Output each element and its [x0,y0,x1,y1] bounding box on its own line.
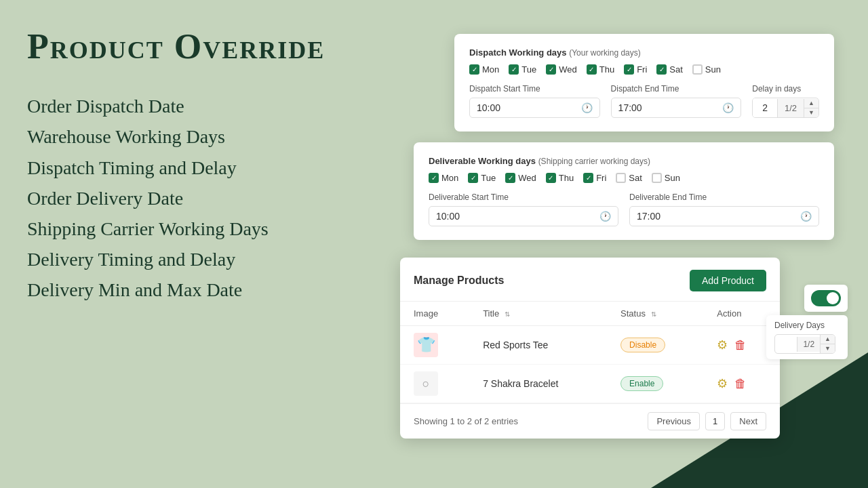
feature-item-2: Warehouse Working Days [27,123,380,150]
toggle-switch[interactable] [811,290,841,306]
table-header-row: Image Title ⇅ Status ⇅ Action [400,302,780,326]
product-status-cell-1: Disable [607,326,703,365]
pagination-row: Showing 1 to 2 of 2 entries Previous 1 N… [400,403,780,439]
delay-stepper[interactable]: ▲ ▼ [804,99,818,117]
pagination-info: Showing 1 to 2 of 2 entries [414,416,518,426]
product-status-cell-2: Enable [607,365,703,403]
table-row: ○ 7 Shakra Bracelet Enable ⚙ 🗑 [400,365,780,403]
delivery-days-stepper[interactable]: ▲ ▼ [820,335,835,353]
product-table: Image Title ⇅ Status ⇅ Action [400,302,780,403]
dispatch-days-row: Mon Tue Wed Thu Fri Sat [469,64,819,75]
manage-products-title: Manage Products [414,274,504,287]
deliverable-checkbox-sat[interactable] [616,173,626,183]
dispatch-delay-input[interactable]: 2 1/2 ▲ ▼ [752,98,819,118]
feature-item-7: Delivery Min and Max Date [27,277,380,303]
feature-item-1: Order Dispatch Date [27,93,380,119]
dispatch-day-wed[interactable]: Wed [546,64,577,75]
action-icons-1: ⚙ 🗑 [717,338,766,352]
dispatch-checkbox-sun[interactable] [692,64,703,75]
delivery-days-label: Delivery Days [774,321,840,330]
dispatch-day-fri[interactable]: Fri [624,64,647,75]
pagination-controls: Previous 1 Next [648,412,766,430]
stepper-down[interactable]: ▼ [804,108,818,117]
deliverable-end-time-label: Deliverable End Time [629,192,819,202]
deliverable-card: Deliverable Working days (Shipping carri… [414,142,834,240]
dispatch-time-row: Dispatch Start Time 10:00 🕐 Dispatch End… [469,84,819,118]
deliverable-checkbox-fri[interactable] [583,173,593,183]
gear-icon-1[interactable]: ⚙ [717,338,728,352]
dispatch-start-time-field: Dispatch Start Time 10:00 🕐 [469,84,600,118]
product-image-2: ○ [414,371,438,396]
deliverable-day-tue[interactable]: Tue [468,173,496,183]
dispatch-day-sat[interactable]: Sat [656,64,683,75]
feature-item-5: Shipping Carrier Working Days [27,216,380,242]
page-title: Product Override [27,27,380,66]
deliverable-checkbox-thu[interactable] [546,173,556,183]
page-number: 1 [705,412,725,430]
sort-icon-title: ⇅ [505,310,510,318]
product-action-cell-2: ⚙ 🗑 [703,365,780,403]
gear-icon-2[interactable]: ⚙ [717,376,728,391]
dispatch-checkbox-tue[interactable] [509,64,519,75]
deliverable-day-thu[interactable]: Thu [546,173,574,183]
deliverable-checkbox-mon[interactable] [429,173,439,183]
deliverable-day-fri[interactable]: Fri [583,173,606,183]
dispatch-start-time-input[interactable]: 10:00 🕐 [469,98,600,118]
col-status[interactable]: Status ⇅ [607,302,703,326]
deliverable-days-row: Mon Tue Wed Thu Fri Sat [429,173,819,183]
dispatch-checkbox-wed[interactable] [546,64,556,75]
deliverable-day-sun[interactable]: Sun [652,173,680,183]
product-title-cell-2: 7 Shakra Bracelet [469,365,607,403]
deliverable-end-time-input[interactable]: 17:00 🕐 [629,206,819,226]
feature-item-4: Order Delivery Date [27,185,380,211]
add-product-button[interactable]: Add Product [690,270,766,291]
left-panel: Product Override Order Dispatch Date War… [27,27,380,304]
product-image-cell-2: ○ [400,365,469,403]
deliverable-start-time-input[interactable]: 10:00 🕐 [429,206,618,226]
dispatch-end-time-field: Dispatch End Time 17:00 🕐 [611,84,742,118]
deliverable-start-time-field: Deliverable Start Time 10:00 🕐 [429,192,618,226]
deliverable-section-title: Deliverable Working days (Shipping carri… [429,156,819,166]
action-icons-2: ⚙ 🗑 [717,376,766,391]
status-badge-1: Disable [620,338,665,352]
dispatch-checkbox-sat[interactable] [656,64,667,75]
next-button[interactable]: Next [730,412,766,430]
product-image-cell-1: 👕 [400,326,469,365]
deliverable-checkbox-wed[interactable] [505,173,515,183]
dispatch-section-title: Dispatch Working days (Your working days… [469,47,819,58]
dispatch-checkbox-thu[interactable] [587,64,597,75]
delivery-days-input[interactable]: 1/2 ▲ ▼ [774,334,835,354]
deliverable-checkbox-tue[interactable] [468,173,478,183]
clock-icon-start: 🕐 [581,102,593,113]
dispatch-checkbox-mon[interactable] [469,64,479,75]
dispatch-day-mon[interactable]: Mon [469,64,499,75]
previous-button[interactable]: Previous [648,412,700,430]
sort-icon-status: ⇅ [651,310,656,318]
clock-icon-deliverable-start: 🕐 [599,211,611,222]
dispatch-end-time-input[interactable]: 17:00 🕐 [611,98,742,118]
dispatch-day-thu[interactable]: Thu [587,64,614,75]
delivery-days-snippet: Delivery Days 1/2 ▲ ▼ [766,315,848,359]
clock-icon-end: 🕐 [722,102,734,113]
deliverable-time-row: Deliverable Start Time 10:00 🕐 Deliverab… [429,192,819,226]
table-row: 👕 Red Sports Tee Disable ⚙ 🗑 [400,326,780,365]
dispatch-checkbox-fri[interactable] [624,64,634,75]
cards-area: Dispatch Working days (Your working days… [400,34,848,468]
deliverable-day-wed[interactable]: Wed [505,173,536,183]
status-badge-2: Enable [620,376,663,391]
product-image-1: 👕 [414,333,438,357]
delivery-stepper-down[interactable]: ▼ [821,344,835,353]
delivery-stepper-up[interactable]: ▲ [821,335,835,344]
trash-icon-1[interactable]: 🗑 [734,338,747,352]
deliverable-checkbox-sun[interactable] [652,173,662,183]
manage-products-card: Manage Products Add Product Image Title … [400,258,780,439]
dispatch-day-sun[interactable]: Sun [692,64,721,75]
stepper-up[interactable]: ▲ [804,99,818,108]
dispatch-day-tue[interactable]: Tue [509,64,536,75]
feature-list: Order Dispatch Date Warehouse Working Da… [27,93,380,303]
col-title[interactable]: Title ⇅ [469,302,607,326]
deliverable-day-mon[interactable]: Mon [429,173,458,183]
dispatch-end-time-label: Dispatch End Time [611,84,742,94]
deliverable-day-sat[interactable]: Sat [616,173,642,183]
trash-icon-2[interactable]: 🗑 [734,377,747,391]
